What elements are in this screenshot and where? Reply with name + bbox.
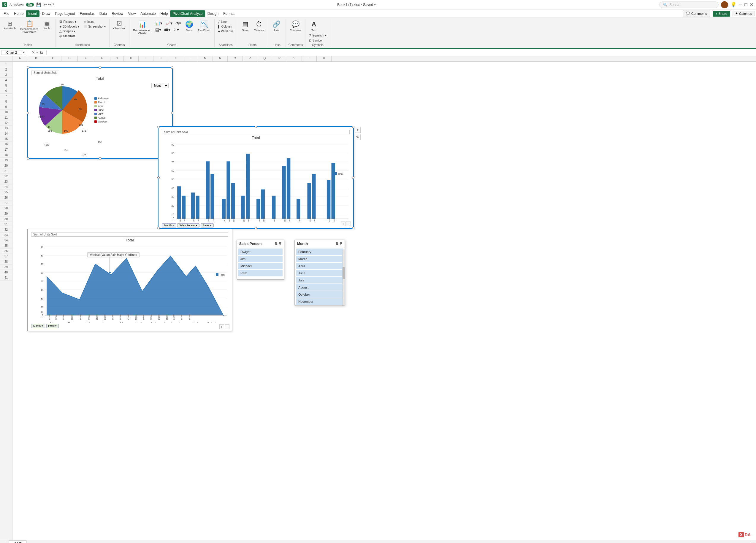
row-num-9[interactable]: 9 — [0, 104, 12, 110]
slicer-item-april[interactable]: April — [296, 263, 343, 269]
line-sparkline-button[interactable]: ╱ Line — [217, 20, 228, 24]
row-num-7[interactable]: 7 — [0, 94, 12, 99]
col-header-e[interactable]: E — [78, 56, 94, 61]
link-button[interactable]: 🔗 Link — [270, 20, 282, 33]
row-num-30[interactable]: 30 — [0, 217, 12, 222]
minimize-button[interactable]: ─ — [739, 2, 742, 7]
add-sheet-button[interactable]: + — [1, 541, 9, 543]
pivot-table-button[interactable]: ⊞ PivotTable — [2, 20, 18, 31]
row-num-40[interactable]: 40 — [0, 270, 12, 275]
comment-ribbon-button[interactable]: 💬 Comment — [288, 20, 303, 33]
redo-button[interactable]: ↪ — [48, 2, 51, 7]
row-num-32[interactable]: 32 — [0, 227, 12, 233]
bar-chart-handle-tl[interactable] — [157, 126, 160, 128]
col-header-r[interactable]: R — [272, 56, 287, 61]
row-num-8[interactable]: 8 — [0, 99, 12, 104]
slicer-item-jim[interactable]: Jim — [238, 256, 283, 262]
menu-formulas[interactable]: Formulas — [77, 10, 97, 17]
close-button[interactable]: ✕ — [750, 2, 754, 7]
slicer-month-sort-icon[interactable]: ⇅ — [335, 242, 338, 246]
chart-handle-tl[interactable] — [27, 66, 29, 69]
bar-month-filter[interactable]: Month ▾ — [162, 223, 176, 228]
row-num-10[interactable]: 10 — [0, 110, 12, 115]
row-num-24[interactable]: 24 — [0, 185, 12, 190]
comments-button[interactable]: 💬 Comments — [683, 10, 710, 17]
text-button[interactable]: A Text — [308, 20, 320, 33]
row-num-22[interactable]: 22 — [0, 174, 12, 179]
col-header-c[interactable]: C — [45, 56, 61, 61]
bar-chart-handle-bottom[interactable] — [255, 227, 257, 229]
menu-review[interactable]: Review — [109, 10, 126, 17]
slicer-filter-icon[interactable]: ⊽ — [279, 242, 281, 246]
row-num-16[interactable]: 16 — [0, 142, 12, 147]
area-month-filter[interactable]: Month ▾ — [31, 324, 45, 328]
slicer-item-july[interactable]: July — [296, 277, 343, 283]
menu-draw[interactable]: Draw — [39, 10, 53, 17]
month-select[interactable]: Month — [151, 83, 169, 88]
menu-data[interactable]: Data — [97, 10, 109, 17]
row-num-3[interactable]: 3 — [0, 72, 12, 78]
line-chart-button[interactable]: 📈▾ — [164, 20, 174, 26]
month-slicer-scroll-thumb[interactable] — [343, 267, 345, 279]
slicer-item-october[interactable]: October — [296, 291, 343, 298]
profile-avatar[interactable] — [721, 1, 728, 8]
chart-handle-left[interactable] — [27, 112, 29, 114]
menu-automate[interactable]: Automate — [138, 10, 158, 17]
pictures-button[interactable]: 🖼 Pictures ▾ — [58, 20, 81, 24]
area-profit-filter[interactable]: Profit ▾ — [46, 324, 59, 328]
row-num-12[interactable]: 12 — [0, 120, 12, 126]
3d-models-button[interactable]: ◈ 3D Models ▾ — [58, 24, 81, 29]
bar-chart-add-element[interactable]: + — [355, 127, 361, 133]
icons-button[interactable]: ☆ Icons — [82, 20, 107, 24]
scatter-chart-button[interactable]: ⁙▾ — [172, 27, 180, 33]
col-header-h[interactable]: H — [124, 56, 139, 61]
shapes-button[interactable]: △ Shapes ▾ — [58, 29, 81, 34]
tab-scroll-right[interactable]: ▸ — [753, 542, 755, 543]
chart-handle-tr[interactable] — [171, 66, 173, 69]
chart-handle-bl[interactable] — [27, 157, 29, 160]
bar-chart-handle-br[interactable] — [352, 227, 354, 229]
menu-file[interactable]: File — [1, 10, 12, 17]
col-header-d[interactable]: D — [61, 56, 78, 61]
area-chart-button[interactable]: 🏔▾ — [163, 27, 172, 33]
row-num-19[interactable]: 19 — [0, 158, 12, 163]
row-num-28[interactable]: 28 — [0, 206, 12, 211]
row-num-39[interactable]: 39 — [0, 265, 12, 270]
tab-scroll-left[interactable]: ◂ — [751, 542, 752, 543]
name-box-dropdown[interactable]: ▾ — [23, 51, 25, 54]
slicer-item-february[interactable]: February — [296, 249, 343, 255]
col-header-s[interactable]: S — [287, 56, 302, 61]
pie-chart[interactable]: Sum of Units Sold Total — [27, 67, 173, 159]
bar-chart[interactable]: Sum of Units Sold Total — [158, 126, 354, 229]
col-header-f[interactable]: F — [94, 56, 110, 61]
row-num-36[interactable]: 36 — [0, 249, 12, 254]
winloss-sparkline-button[interactable]: ■ Win/Loss — [217, 29, 234, 34]
table-button[interactable]: ▦ Table — [41, 20, 53, 31]
area-chart-zoom-in[interactable]: + — [219, 324, 224, 329]
col-header-o[interactable]: O — [228, 56, 243, 61]
row-num-21[interactable]: 21 — [0, 169, 12, 174]
row-num-2[interactable]: 2 — [0, 67, 12, 72]
menu-view[interactable]: View — [126, 10, 138, 17]
sheet-tab-sheet1[interactable]: Sheet1 — [9, 540, 27, 543]
row-num-14[interactable]: 14 — [0, 131, 12, 137]
col-header-i[interactable]: I — [139, 56, 153, 61]
slicer-item-dwight[interactable]: Dwight — [238, 249, 283, 255]
bar-chart-handle-top[interactable] — [255, 126, 257, 128]
col-header-m[interactable]: M — [198, 56, 213, 61]
col-header-g[interactable]: G — [110, 56, 124, 61]
chart-handle-right[interactable] — [171, 112, 173, 114]
slicer-item-november[interactable]: November — [296, 298, 343, 305]
column-chart-button[interactable]: 📊▾ — [154, 20, 164, 26]
col-header-t[interactable]: T — [302, 56, 317, 61]
pie-chart-button[interactable]: ◔▾ — [174, 20, 182, 26]
row-num-27[interactable]: 27 — [0, 201, 12, 206]
area-chart[interactable]: Sum of Units Sold Total Vertical (Value)… — [27, 229, 232, 331]
col-header-u[interactable]: U — [317, 56, 332, 61]
autosave-toggle[interactable]: On — [26, 3, 34, 7]
screenshot-button[interactable]: ⬜ Screenshot ▾ — [82, 24, 107, 29]
chart-handle-bottom[interactable] — [99, 157, 101, 160]
menu-home[interactable]: Home — [12, 10, 26, 17]
row-num-15[interactable]: 15 — [0, 137, 12, 142]
row-num-38[interactable]: 38 — [0, 259, 12, 265]
